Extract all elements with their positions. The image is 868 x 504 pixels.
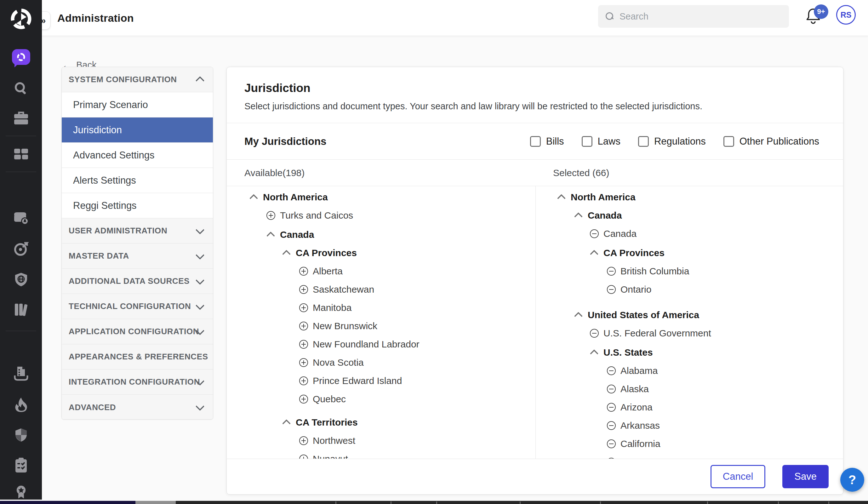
checkbox-bills[interactable]: [530, 136, 541, 147]
chevron-up-icon[interactable]: [267, 230, 275, 239]
nav-section-integration-configuration[interactable]: INTEGRATION CONFIGURATION: [62, 370, 213, 395]
sidebar-item-goals[interactable]: [0, 241, 42, 256]
chevron-up-icon[interactable]: [282, 248, 291, 257]
tree-node[interactable]: Ontario: [552, 280, 843, 299]
remove-circle-icon[interactable]: [590, 329, 599, 338]
app-logo[interactable]: [0, 6, 42, 32]
tree-node[interactable]: Turks and Caicos: [245, 206, 535, 225]
save-button[interactable]: Save: [782, 465, 829, 488]
sidebar-item-archive-alerts[interactable]: [0, 211, 42, 226]
nav-item-jurisdiction[interactable]: Jurisdiction: [62, 117, 213, 143]
tree-node[interactable]: Canada: [552, 206, 843, 225]
nav-section-appearances-preferences[interactable]: APPEARANCES & PREFERENCES: [62, 344, 213, 370]
remove-circle-icon[interactable]: [607, 285, 616, 294]
tree-node[interactable]: Nunavut: [245, 450, 535, 459]
sidebar-item-assistant[interactable]: [0, 49, 42, 65]
tree-node[interactable]: North America: [245, 188, 535, 206]
sidebar-item-risk-shield[interactable]: [0, 428, 42, 443]
nav-section-system-configuration[interactable]: SYSTEM CONFIGURATION: [62, 67, 213, 92]
tree-node[interactable]: British Columbia: [552, 262, 843, 280]
remove-circle-icon[interactable]: [590, 229, 599, 238]
tree-node[interactable]: United States of America: [552, 306, 843, 324]
nav-section-application-configuration[interactable]: APPLICATION CONFIGURATION: [62, 319, 213, 344]
remove-circle-icon[interactable]: [607, 403, 616, 412]
chevron-up-icon[interactable]: [282, 418, 291, 427]
search-input[interactable]: [620, 11, 782, 22]
sidebar-item-document-intake[interactable]: [0, 366, 42, 382]
nav-section-master-data[interactable]: MASTER DATA: [62, 244, 213, 269]
notifications-button[interactable]: 9+: [805, 7, 828, 30]
cancel-button[interactable]: Cancel: [711, 465, 766, 488]
avatar[interactable]: RS: [836, 5, 856, 24]
tree-node[interactable]: Arizona: [552, 398, 843, 416]
remove-circle-icon[interactable]: [607, 458, 616, 459]
chevron-up-icon[interactable]: [590, 348, 599, 357]
sidebar-item-library[interactable]: [0, 302, 42, 317]
add-circle-icon[interactable]: [299, 340, 308, 349]
chevron-up-icon[interactable]: [249, 193, 258, 202]
add-circle-icon[interactable]: [299, 454, 308, 459]
nav-section-user-administration[interactable]: USER ADMINISTRATION: [62, 218, 213, 244]
nav-section-additional-data-sources[interactable]: ADDITIONAL DATA SOURCES: [62, 269, 213, 294]
nav-item-primary-scenario[interactable]: Primary Scenario: [62, 92, 213, 117]
nav-item-alerts-settings[interactable]: Alerts Settings: [62, 168, 213, 193]
remove-circle-icon[interactable]: [607, 366, 616, 375]
checkbox-laws[interactable]: [582, 136, 592, 147]
doc-type-regulations[interactable]: Regulations: [638, 136, 706, 147]
sidebar-item-search[interactable]: [0, 81, 42, 96]
sidebar-item-tasks[interactable]: [0, 457, 42, 473]
tree-node[interactable]: California: [552, 435, 843, 453]
tree-node[interactable]: New Brunswick: [245, 317, 535, 335]
nav-item-advanced-settings[interactable]: Advanced Settings: [62, 143, 213, 168]
remove-circle-icon[interactable]: [607, 421, 616, 430]
tree-node[interactable]: Prince Edward Island: [245, 372, 535, 390]
remove-circle-icon[interactable]: [607, 267, 616, 276]
tree-node[interactable]: Canada: [245, 226, 535, 244]
add-circle-icon[interactable]: [299, 377, 308, 385]
sidebar-item-hot-topics[interactable]: [0, 397, 42, 413]
tree-node[interactable]: Canada: [552, 225, 843, 243]
tree-node[interactable]: Northwest: [245, 432, 535, 450]
add-circle-icon[interactable]: [299, 304, 308, 312]
nav-section-technical-configuration[interactable]: TECHNICAL CONFIGURATION: [62, 294, 213, 319]
tree-node[interactable]: CA Provinces: [552, 244, 843, 262]
tree-node[interactable]: Nova Scotia: [245, 353, 535, 372]
sidebar-item-certifications[interactable]: [0, 485, 42, 500]
sidebar-item-workspace[interactable]: [0, 112, 42, 125]
global-search[interactable]: [598, 5, 789, 28]
remove-circle-icon[interactable]: [607, 440, 616, 448]
add-circle-icon[interactable]: [267, 211, 275, 220]
tree-node[interactable]: North America: [552, 188, 843, 206]
add-circle-icon[interactable]: [299, 322, 308, 330]
tree-node[interactable]: Arkansas: [552, 416, 843, 435]
tree-node[interactable]: [552, 453, 843, 459]
checkbox-other-publications[interactable]: [723, 136, 734, 147]
nav-section-advanced[interactable]: ADVANCED: [62, 395, 213, 420]
sidebar-item-dashboard[interactable]: [0, 147, 42, 161]
nav-item-reggi-settings[interactable]: Reggi Settings: [62, 193, 213, 218]
add-circle-icon[interactable]: [299, 436, 308, 445]
add-circle-icon[interactable]: [299, 358, 308, 367]
add-circle-icon[interactable]: [299, 395, 308, 403]
chevron-up-icon[interactable]: [557, 193, 566, 202]
tree-node[interactable]: New Foundland Labrador: [245, 335, 535, 353]
checkbox-regulations[interactable]: [638, 136, 649, 147]
help-button[interactable]: ?: [840, 468, 864, 492]
tree-node[interactable]: U.S. Federal Government: [552, 324, 843, 342]
tree-node[interactable]: U.S. States: [552, 343, 843, 362]
doc-type-other-publications[interactable]: Other Publications: [723, 136, 819, 147]
tree-node[interactable]: Quebec: [245, 390, 535, 408]
remove-circle-icon[interactable]: [607, 384, 616, 393]
doc-type-bills[interactable]: Bills: [530, 136, 564, 147]
tree-node[interactable]: Alabama: [552, 362, 843, 380]
add-circle-icon[interactable]: [299, 267, 308, 276]
tree-node[interactable]: Saskatchewan: [245, 280, 535, 299]
add-circle-icon[interactable]: [299, 285, 308, 294]
tree-node[interactable]: CA Provinces: [245, 244, 535, 262]
chevron-up-icon[interactable]: [574, 211, 583, 220]
tree-node[interactable]: Manitoba: [245, 299, 535, 317]
doc-type-laws[interactable]: Laws: [582, 136, 620, 147]
chevron-up-icon[interactable]: [574, 311, 583, 319]
tree-node[interactable]: Alberta: [245, 262, 535, 280]
tree-node[interactable]: Alaska: [552, 380, 843, 398]
